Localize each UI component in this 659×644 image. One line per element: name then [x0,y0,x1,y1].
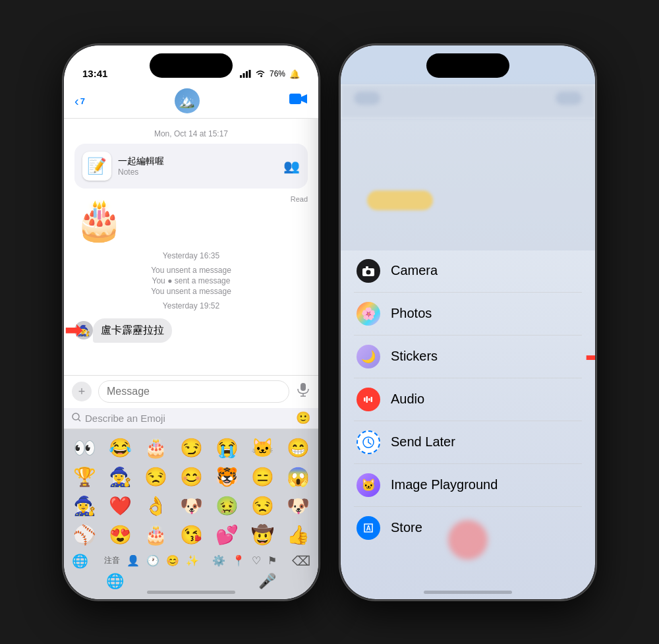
image-playground-icon-circle: 🐱 [357,473,380,497]
globe-icon[interactable]: 🌐 [72,553,88,569]
shared-note: 📝 一起編輯喔 Notes 👥 [74,144,308,189]
svg-point-11 [366,270,371,274]
menu-item-image-playground[interactable]: 🐱 Image Playground [354,464,582,507]
emoji-ok-hand[interactable]: 👌 [142,492,169,520]
photos-icon: 🌸 [361,307,376,321]
emoji-trophy[interactable]: 🏆 [71,463,98,491]
messages-header: ‹ 7 🏔️ [64,84,318,119]
emoji-search-smiley: 🙂 [296,411,310,425]
emoji-laugh-cry[interactable]: 😂 [106,434,134,462]
emoji-baseball[interactable]: ⚾ [71,521,98,549]
svg-rect-14 [366,396,368,403]
right-body-blurred [341,119,595,250]
emoji-smirk[interactable]: 😏 [177,434,205,462]
note-icon: 📝 [82,152,111,181]
menu-item-send-later[interactable]: Send Later [354,421,582,464]
emoji-cake-2[interactable]: 🎂 [142,521,169,549]
chat-bubble: 盧卡霹靂拉拉 [93,318,172,343]
emoji-scream[interactable]: 😱 [284,463,312,491]
svg-text:A: A [366,525,370,532]
menu-item-audio[interactable]: Audio [354,378,582,421]
wifi-icon [255,70,266,78]
svg-rect-1 [243,73,244,78]
contact-avatar[interactable]: 🏔️ [175,88,200,113]
bubble-text: 盧卡霹靂拉拉 [101,324,164,337]
clock-icon[interactable]: 🕐 [146,554,159,567]
bopomofo-label[interactable]: 注音 [104,555,120,566]
at-icon[interactable]: ⚙️ [212,554,225,567]
flag-icon[interactable]: ⚑ [268,554,277,567]
camera-icon-circle [357,259,380,283]
store-icon-circle: A [357,516,380,540]
heart-icon[interactable]: ♡ [252,554,261,567]
camera-label: Camera [391,263,438,278]
svg-rect-4 [289,94,301,104]
date-label-3: Yesterday 19:52 [74,301,308,310]
message-input[interactable] [98,380,289,403]
emoji-expressionless[interactable]: 😑 [248,463,276,491]
sparkle-icon[interactable]: ✨ [186,554,199,567]
emoji-witch[interactable]: 🧙‍♀️ [106,463,134,491]
left-phone: 13:41 76% 🔔 [63,44,320,600]
emoji-tiger[interactable]: 🐯 [213,463,241,491]
home-indicator [147,591,235,594]
send-later-icon [362,436,375,449]
menu-item-stickers[interactable]: 🌙 Stickers ➡ [354,336,582,378]
photos-label: Photos [391,306,432,321]
send-later-label: Send Later [391,434,455,450]
video-call-button[interactable] [289,92,308,109]
smiley-icon[interactable]: 😊 [166,554,179,567]
emoji-unamused[interactable]: 😒 [142,463,169,491]
menu-item-photos[interactable]: 🌸 Photos [354,293,582,336]
audio-icon-circle [357,388,380,411]
location-icon[interactable]: 📍 [232,554,245,567]
delete-key[interactable]: ⌫ [292,553,310,569]
search-icon [72,413,81,424]
note-title: 一起編輯喔 [118,156,277,167]
status-msg-2: You ● sent a message [74,276,308,285]
mic-button[interactable] [296,382,310,401]
emoji-puppy[interactable]: 🐶 [284,492,312,520]
emoji-cry[interactable]: 😭 [213,434,241,462]
store-icon: A [362,521,375,535]
note-person-icon: 👥 [283,158,300,174]
menu-list: Camera 🌸 Photos 🌙 Stickers ➡ [341,250,595,549]
emoji-cat[interactable]: 🐱 [248,434,276,462]
keyboard-globe-bottom[interactable]: 🌐 [106,573,124,590]
right-header-icon-1 [354,92,380,105]
dynamic-island-right [426,53,509,78]
emoji-cowboy[interactable]: 🤠 [248,521,276,549]
emoji-unamused-2[interactable]: 😒 [248,492,276,520]
emoji-search-placeholder: Describe an Emoji [85,413,292,424]
emoji-grin[interactable]: 😁 [284,434,312,462]
emoji-birthday-cake[interactable]: 🎂 [142,434,169,462]
emoji-smile[interactable]: 😊 [177,463,205,491]
audio-icon [362,394,374,405]
image-playground-label: Image Playground [391,477,498,492]
svg-rect-16 [371,397,373,402]
emoji-thumbsup[interactable]: 👍 [284,521,312,549]
svg-point-8 [72,413,79,420]
emoji-kiss[interactable]: 😘 [177,521,205,549]
emoji-heart[interactable]: ❤️ [106,492,134,520]
date-label-2: Yesterday 16:35 [74,251,308,260]
emoji-eyes[interactable]: 👀 [71,434,98,462]
emoji-heart-eyes[interactable]: 😍 [106,521,134,549]
svg-rect-13 [364,397,366,401]
right-header-icon-2 [556,92,582,105]
signal-icon [240,70,251,78]
home-indicator-right [424,591,512,594]
keyboard-mic-bottom[interactable]: 🎤 [258,573,276,590]
emoji-hearts[interactable]: 💕 [213,521,241,549]
menu-item-camera[interactable]: Camera [354,250,582,293]
svg-line-9 [78,419,80,421]
notification-bell: 🔔 [289,69,300,79]
emoji-mage[interactable]: 🧙‍♀️ [71,492,98,520]
emoji-nauseated[interactable]: 🤢 [213,492,241,520]
image-playground-icon: 🐱 [361,478,376,492]
emoji-search-bar[interactable]: Describe an Emoji 🙂 [64,408,318,429]
plus-button[interactable]: + [72,382,92,401]
emoji-dog[interactable]: 🐶 [177,492,205,520]
face-icon[interactable]: 👤 [127,554,140,567]
back-button[interactable]: ‹ 7 [74,94,85,109]
